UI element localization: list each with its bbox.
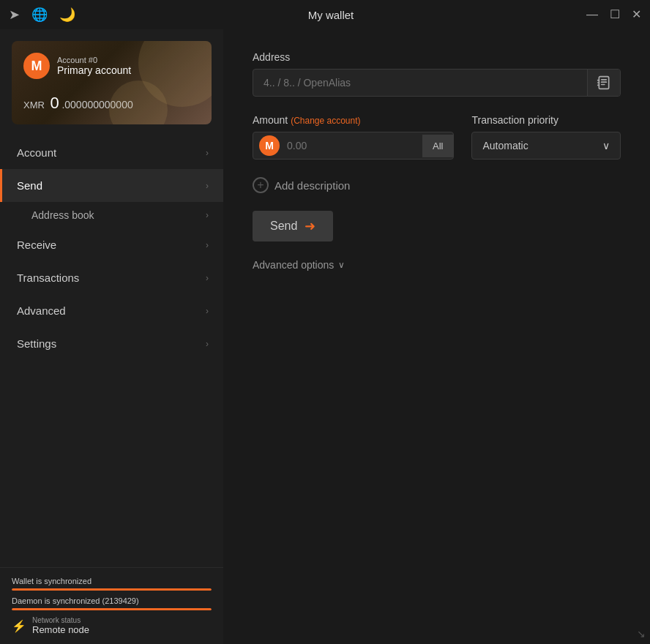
address-label: Address bbox=[253, 51, 621, 63]
transfer-icon[interactable]: ➤ bbox=[9, 7, 20, 23]
address-book-button[interactable] bbox=[587, 70, 620, 96]
sidebar-item-settings[interactable]: Settings › bbox=[0, 327, 223, 360]
sidebar-item-send[interactable]: Send › bbox=[0, 169, 223, 202]
send-arrow-icon: ➜ bbox=[305, 218, 315, 234]
sidebar-item-receive[interactable]: Receive › bbox=[0, 228, 223, 261]
priority-section: Transaction priority Automatic ∨ bbox=[471, 114, 621, 160]
address-input[interactable] bbox=[253, 70, 587, 96]
globe-icon[interactable]: 🌐 bbox=[31, 7, 48, 23]
monero-logo-large: M bbox=[23, 53, 50, 79]
close-button[interactable]: ✕ bbox=[632, 9, 641, 20]
currency-label: XMR bbox=[23, 100, 45, 111]
change-account-link[interactable]: (Change account) bbox=[291, 116, 360, 126]
chevron-icon: › bbox=[206, 240, 209, 250]
send-button[interactable]: Send ➜ bbox=[253, 211, 333, 242]
all-button[interactable]: All bbox=[422, 135, 453, 157]
chevron-icon: › bbox=[206, 339, 209, 349]
chevron-icon: › bbox=[206, 273, 209, 283]
daemon-sync-label: Daemon is synchronized (2139429) bbox=[12, 596, 212, 605]
amount-section: Amount (Change account) M All bbox=[253, 114, 454, 160]
nav-items: Account › Send › Address book › Receive … bbox=[0, 136, 223, 567]
amount-label: Amount (Change account) bbox=[253, 114, 454, 126]
account-label: Account #0 bbox=[57, 56, 131, 64]
minimize-button[interactable]: — bbox=[586, 9, 598, 20]
wallet-name: Account #0 Primary account bbox=[57, 56, 131, 76]
add-description-label: Add description bbox=[274, 179, 350, 192]
wallet-card: M Account #0 Primary account XMR 0 .0000… bbox=[12, 41, 212, 124]
title-bar: ➤ 🌐 🌙 My wallet — ☐ ✕ bbox=[0, 0, 650, 29]
sidebar-bottom: Wallet is synchronized Daemon is synchro… bbox=[0, 567, 223, 644]
main-content: Address Amount (Change acco bbox=[223, 29, 650, 644]
daemon-sync-fill bbox=[12, 608, 212, 610]
resize-handle[interactable]: ↘ bbox=[637, 628, 646, 640]
sidebar-item-address-book[interactable]: Address book › bbox=[0, 202, 223, 228]
chevron-icon: › bbox=[206, 181, 209, 191]
amount-input-wrapper: M All bbox=[253, 132, 454, 160]
moon-icon[interactable]: 🌙 bbox=[59, 7, 75, 23]
address-book-icon bbox=[597, 75, 611, 90]
address-input-wrapper bbox=[253, 69, 621, 97]
advanced-options-label: Advanced options bbox=[253, 259, 334, 271]
maximize-button[interactable]: ☐ bbox=[610, 9, 620, 20]
wallet-sync-bar bbox=[12, 588, 212, 591]
sidebar: M Account #0 Primary account XMR 0 .0000… bbox=[0, 29, 223, 644]
priority-dropdown[interactable]: Automatic ∨ bbox=[471, 132, 621, 160]
title-bar-left: ➤ 🌐 🌙 bbox=[9, 7, 75, 23]
daemon-sync-bar bbox=[12, 608, 212, 610]
main-layout: M Account #0 Primary account XMR 0 .0000… bbox=[0, 29, 650, 644]
sidebar-item-advanced[interactable]: Advanced › bbox=[0, 294, 223, 327]
chevron-icon: › bbox=[206, 148, 209, 158]
dropdown-chevron-icon: ∨ bbox=[602, 140, 610, 151]
bolt-icon: ⚡ bbox=[12, 619, 26, 633]
window-controls: — ☐ ✕ bbox=[586, 9, 641, 20]
network-status: ⚡ Network status Remote node bbox=[12, 616, 212, 635]
chevron-icon: › bbox=[206, 306, 209, 316]
priority-selected: Automatic bbox=[482, 140, 528, 151]
network-status-value: Remote node bbox=[32, 624, 89, 635]
amount-priority-row: Amount (Change account) M All Transactio… bbox=[253, 114, 621, 160]
network-text: Network status Remote node bbox=[32, 616, 89, 635]
advanced-options[interactable]: Advanced options ∨ bbox=[253, 259, 621, 271]
priority-label: Transaction priority bbox=[471, 114, 621, 126]
sidebar-item-transactions[interactable]: Transactions › bbox=[0, 261, 223, 294]
account-name: Primary account bbox=[57, 64, 131, 76]
app-title: My wallet bbox=[75, 9, 586, 21]
add-description[interactable]: + Add description bbox=[253, 177, 621, 193]
amount-input[interactable] bbox=[280, 132, 422, 159]
send-button-label: Send bbox=[270, 220, 297, 233]
balance-integer: 0 bbox=[51, 94, 59, 112]
add-description-icon: + bbox=[253, 177, 269, 193]
chevron-icon: › bbox=[206, 210, 209, 220]
monero-icon-small: M bbox=[259, 135, 280, 156]
network-status-label: Network status bbox=[32, 616, 89, 624]
wallet-sync-fill bbox=[12, 588, 212, 591]
advanced-options-chevron-icon: ∨ bbox=[338, 260, 345, 270]
sidebar-item-account[interactable]: Account › bbox=[0, 136, 223, 169]
wallet-sync-label: Wallet is synchronized bbox=[12, 577, 212, 585]
